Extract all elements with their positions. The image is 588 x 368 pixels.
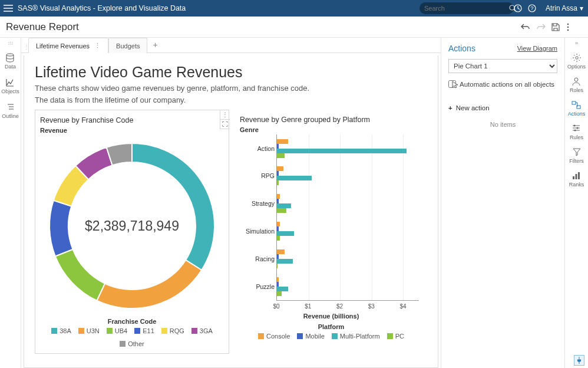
recent-icon[interactable]: [514, 4, 528, 12]
rail-roles[interactable]: Roles: [570, 77, 583, 93]
chart-maximize-button[interactable]: ⛶: [220, 120, 230, 129]
legend-item[interactable]: Other: [120, 340, 144, 347]
bar-segment[interactable]: [277, 199, 279, 203]
rail-filters[interactable]: Filters: [569, 147, 584, 164]
legend-item[interactable]: UB4: [107, 327, 127, 334]
bar-segment[interactable]: [277, 291, 282, 296]
pie-legend: 38AU3NUB4E11RQG3GAOther: [40, 327, 224, 347]
add-tab-button[interactable]: +: [147, 37, 163, 52]
legend-item[interactable]: Mobile: [297, 333, 324, 340]
bar-plot: ActionRPGStrategySimulationRacingPuzzle …: [240, 134, 422, 311]
bar-segment[interactable]: [277, 287, 288, 291]
cursor-icon: [452, 81, 561, 89]
collapse-right-button[interactable]: »: [575, 40, 578, 46]
bar-segment[interactable]: [277, 226, 279, 231]
chart-icon: [5, 78, 15, 87]
kebab-icon: [567, 23, 569, 31]
page-heading: Lifetime Video Game Revenues: [35, 64, 427, 81]
bar-segment[interactable]: [277, 259, 293, 264]
report-page: Lifetime Video Game Revenues These chart…: [24, 55, 438, 368]
leftrail-grip[interactable]: [8, 41, 14, 45]
bar-segment[interactable]: [277, 203, 291, 208]
bar-segment[interactable]: [277, 194, 280, 199]
bar-segment[interactable]: [277, 166, 283, 171]
svg-rect-17: [572, 101, 576, 104]
bar-segment[interactable]: [277, 149, 407, 153]
bar-legend-title: Platform: [240, 323, 422, 330]
rail-actions[interactable]: Actions: [568, 100, 586, 117]
svg-point-20: [577, 127, 579, 129]
chevron-down-icon: ▾: [580, 4, 583, 12]
bar-segment[interactable]: [277, 144, 279, 149]
legend-item[interactable]: RQG: [161, 327, 184, 334]
bar-segment[interactable]: [277, 208, 286, 213]
legend-item[interactable]: 3GA: [191, 327, 213, 334]
menu-button[interactable]: [0, 5, 16, 12]
bar-segment[interactable]: [277, 282, 279, 287]
rail-rules[interactable]: Rules: [570, 124, 583, 140]
bar-segment[interactable]: [277, 231, 294, 236]
bar-segment[interactable]: [277, 277, 279, 282]
user-menu[interactable]: Atrin Assa ▾: [546, 4, 583, 12]
rail-outline[interactable]: Outline: [2, 103, 19, 119]
search-box[interactable]: [419, 2, 514, 14]
tab-menu-icon[interactable]: ⋮: [94, 42, 101, 50]
bar-segment[interactable]: [277, 171, 279, 176]
svg-point-8: [8, 42, 9, 43]
overflow-button[interactable]: [567, 23, 582, 31]
bar-segment[interactable]: [277, 222, 280, 226]
rail-objects[interactable]: Objects: [1, 78, 19, 94]
rail-options[interactable]: Options: [567, 53, 586, 70]
filter-icon: [572, 147, 582, 157]
bar-segment[interactable]: [277, 180, 279, 185]
svg-point-10: [12, 42, 13, 43]
help-icon[interactable]: ?: [528, 4, 542, 12]
save-button[interactable]: [551, 23, 567, 31]
database-icon: [5, 53, 15, 63]
tab-grip-icon[interactable]: ⋮⋮: [24, 44, 28, 52]
undo-button[interactable]: [521, 23, 536, 31]
legend-item[interactable]: Multi-Platform: [332, 333, 380, 340]
left-rail: Data Objects Outline: [0, 38, 21, 368]
bar-chart-box[interactable]: Revenue by Genre grouped by Platform Gen…: [235, 110, 427, 354]
bar-xaxis-label: Revenue (billions): [240, 313, 422, 320]
new-action-button[interactable]: + New action: [448, 104, 557, 111]
gear-icon: [572, 53, 582, 63]
pie-chart-box[interactable]: ⋮ ⛶ Revenue by Franchise Code Revenue $2…: [35, 110, 229, 354]
actions-source-select[interactable]: Pie Chart 1: [448, 59, 557, 73]
bar-segment[interactable]: [277, 254, 279, 259]
legend-item[interactable]: PC: [387, 333, 404, 340]
legend-item[interactable]: 38A: [51, 327, 71, 334]
pin-button[interactable]: [574, 355, 584, 366]
legend-item[interactable]: E11: [134, 327, 154, 334]
bar-segment[interactable]: [277, 236, 280, 241]
report-title: Revenue Report: [6, 21, 521, 33]
bar-title: Revenue by Genre grouped by Platform: [240, 116, 422, 124]
bar-segment[interactable]: [277, 249, 285, 254]
pie-axis-label: Revenue: [40, 127, 224, 134]
search-input[interactable]: [424, 5, 506, 12]
rail-ranks[interactable]: Ranks: [569, 171, 584, 188]
app-topbar: SAS® Visual Analytics - Explore and Visu…: [0, 0, 588, 17]
legend-item[interactable]: Console: [258, 333, 290, 340]
bar-segment[interactable]: [277, 176, 312, 180]
legend-item[interactable]: U3N: [78, 327, 100, 334]
bar-segment[interactable]: [277, 139, 288, 144]
rail-data[interactable]: Data: [5, 53, 16, 70]
tab-lifetime-revenues[interactable]: Lifetime Revenues ⋮: [28, 38, 108, 53]
svg-rect-24: [578, 172, 580, 179]
chart-menu-button[interactable]: ⋮: [220, 110, 230, 120]
view-diagram-link[interactable]: View Diagram: [517, 45, 557, 52]
redo-button[interactable]: [536, 23, 551, 31]
chart-toolbar: ⋮ ⛶: [220, 110, 229, 129]
bar-segment[interactable]: [277, 153, 285, 158]
svg-point-7: [567, 29, 569, 31]
page-subtitle-2: The data is from the lifetime of our com…: [35, 95, 427, 106]
svg-point-11: [8, 44, 9, 45]
tab-budgets[interactable]: Budgets: [108, 38, 147, 53]
bar-segment[interactable]: [277, 264, 278, 268]
bar-legend: ConsoleMobileMulti-PlatformPC: [240, 333, 422, 340]
svg-point-13: [12, 44, 13, 45]
app-title: SAS® Visual Analytics - Explore and Visu…: [16, 4, 186, 12]
actions-panel: Actions View Diagram Pie Chart 1 Automat…: [441, 38, 564, 368]
